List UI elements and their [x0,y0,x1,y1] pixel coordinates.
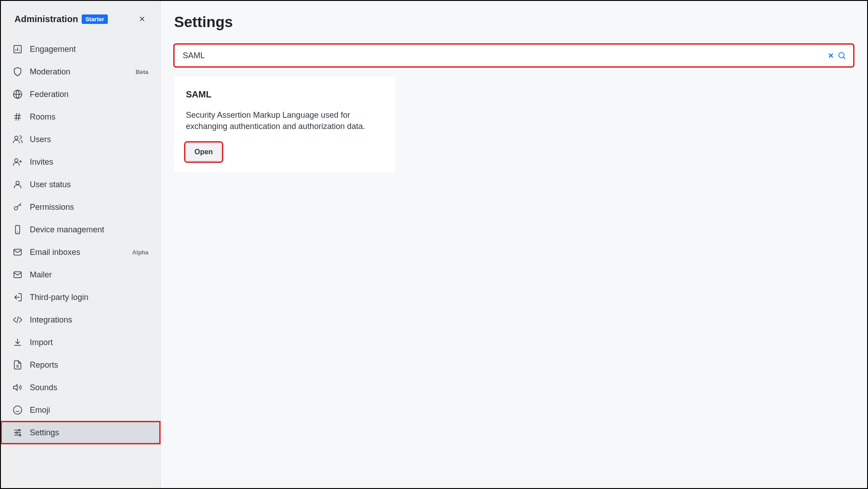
smile-icon [13,405,23,415]
card-title: SAML [186,89,383,100]
mail-icon [13,270,23,280]
key-icon [13,202,23,212]
svg-rect-6 [15,226,19,234]
sidebar-item-device-management[interactable]: Device management [1,218,160,241]
sidebar-item-label: Integrations [30,315,72,325]
sidebar-item-label: Moderation [30,67,70,77]
sidebar-item-label: Emoji [30,406,50,415]
sidebar-item-sounds[interactable]: Sounds [1,376,160,399]
sidebar-item-settings[interactable]: Settings [1,421,160,444]
inbox-icon [13,247,23,257]
beta-tag: Beta [136,69,148,75]
sidebar-item-label: Third-party login [30,293,88,302]
shield-icon [13,67,23,77]
sidebar-item-reports[interactable]: Reports [1,354,160,376]
svg-point-11 [16,432,18,434]
svg-point-13 [839,52,844,58]
login-icon [13,292,23,302]
sidebar-item-label: Engagement [30,45,76,54]
sidebar-item-rooms[interactable]: Rooms [1,106,160,128]
sidebar-item-label: Mailer [30,270,52,280]
user-icon [13,180,23,189]
sidebar-item-label: Settings [30,428,59,438]
close-icon [138,15,146,23]
globe-icon [13,89,23,99]
svg-point-5 [14,207,18,210]
sidebar-item-third-party-login[interactable]: Third-party login [1,286,160,309]
sidebar: Administration Starter Engagement Modera… [1,1,161,488]
sidebar-item-label: User status [30,180,71,189]
open-button[interactable]: Open [186,143,222,161]
sidebar-item-label: Permissions [30,203,74,212]
alpha-tag: Alpha [132,249,148,256]
sidebar-nav: Engagement Moderation Beta Federation Ro… [1,35,160,447]
sidebar-item-label: Device management [30,225,104,235]
sidebar-title: Administration [14,14,78,24]
svg-point-4 [16,181,19,185]
sidebar-item-moderation[interactable]: Moderation Beta [1,60,160,83]
card-description: Security Assertion Markup Language used … [186,110,383,132]
sidebar-item-label: Rooms [30,112,55,122]
svg-point-9 [14,406,22,414]
sidebar-header: Administration Starter [1,1,160,35]
file-icon [13,360,23,370]
sidebar-item-mailer[interactable]: Mailer [1,263,160,286]
search-button[interactable] [836,50,847,61]
sidebar-item-engagement[interactable]: Engagement [1,38,160,60]
plan-badge: Starter [82,14,108,24]
sidebar-item-federation[interactable]: Federation [1,83,160,106]
svg-point-10 [18,429,20,431]
users-icon [13,134,23,144]
sliders-icon [13,428,23,438]
speaker-icon [13,383,23,392]
sidebar-item-invites[interactable]: Invites [1,151,160,173]
settings-card-saml: SAML Security Assertion Markup Language … [174,77,395,173]
sidebar-item-label: Reports [30,360,58,370]
svg-point-2 [15,136,18,139]
search-actions: ✕ [828,50,847,61]
sidebar-item-integrations[interactable]: Integrations [1,309,160,331]
page-title: Settings [174,14,854,31]
download-icon [13,337,23,347]
sidebar-item-label: Federation [30,90,69,99]
sidebar-item-email-inboxes[interactable]: Email inboxes Alpha [1,241,160,263]
sidebar-item-user-status[interactable]: User status [1,173,160,196]
sidebar-item-permissions[interactable]: Permissions [1,196,160,218]
clear-search-button[interactable]: ✕ [828,51,834,60]
user-plus-icon [13,157,23,167]
sidebar-item-import[interactable]: Import [1,331,160,354]
svg-rect-7 [14,249,22,255]
search-input[interactable] [174,44,854,67]
sidebar-item-label: Sounds [30,383,57,392]
sidebar-item-label: Email inboxes [30,248,80,257]
sidebar-item-label: Import [30,338,53,347]
sidebar-item-label: Users [30,135,51,144]
main-content: Settings ✕ SAML Security Assertion Marku… [161,1,867,488]
phone-icon [13,225,23,235]
close-icon: ✕ [828,52,834,60]
search-wrap: ✕ [174,44,854,67]
sidebar-item-label: Invites [30,157,53,167]
svg-rect-8 [14,272,22,278]
sidebar-item-emoji[interactable]: Emoji [1,399,160,421]
bar-chart-icon [13,44,23,54]
close-button[interactable] [135,12,149,26]
hash-icon [13,112,23,122]
sidebar-title-wrap: Administration Starter [14,14,108,24]
svg-point-3 [15,159,18,162]
sidebar-item-users[interactable]: Users [1,128,160,151]
code-icon [13,315,23,325]
search-icon [837,51,846,60]
svg-point-12 [19,434,21,436]
